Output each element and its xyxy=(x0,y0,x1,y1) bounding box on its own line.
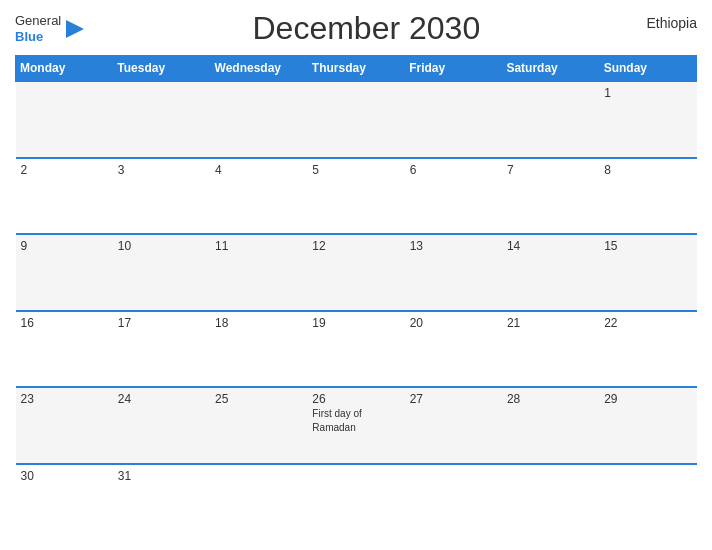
calendar-day-cell: 5 xyxy=(307,158,404,235)
calendar-day-cell xyxy=(210,81,307,158)
day-number: 10 xyxy=(118,239,205,253)
calendar-day-cell xyxy=(113,81,210,158)
calendar-day-cell xyxy=(210,464,307,541)
calendar-header-row: Monday Tuesday Wednesday Thursday Friday… xyxy=(16,56,697,82)
day-number: 5 xyxy=(312,163,399,177)
day-number: 16 xyxy=(21,316,108,330)
day-number: 31 xyxy=(118,469,205,483)
day-number: 29 xyxy=(604,392,691,406)
day-number: 7 xyxy=(507,163,594,177)
day-number: 8 xyxy=(604,163,691,177)
calendar-container: General Blue December 2030 Ethiopia Mond… xyxy=(0,0,712,550)
calendar-day-cell: 3 xyxy=(113,158,210,235)
logo-blue-text: Blue xyxy=(15,29,61,45)
day-number: 24 xyxy=(118,392,205,406)
day-number: 18 xyxy=(215,316,302,330)
calendar-week-row: 2345678 xyxy=(16,158,697,235)
calendar-day-cell: 31 xyxy=(113,464,210,541)
calendar-day-cell: 14 xyxy=(502,234,599,311)
calendar-table: Monday Tuesday Wednesday Thursday Friday… xyxy=(15,55,697,540)
day-number: 12 xyxy=(312,239,399,253)
day-number: 20 xyxy=(410,316,497,330)
calendar-day-cell: 1 xyxy=(599,81,696,158)
day-number: 21 xyxy=(507,316,594,330)
country-label: Ethiopia xyxy=(646,10,697,31)
calendar-day-cell: 8 xyxy=(599,158,696,235)
calendar-week-row: 1 xyxy=(16,81,697,158)
calendar-week-row: 23242526First day of Ramadan272829 xyxy=(16,387,697,464)
calendar-day-cell: 21 xyxy=(502,311,599,388)
calendar-day-cell: 20 xyxy=(405,311,502,388)
calendar-day-cell: 28 xyxy=(502,387,599,464)
calendar-header: General Blue December 2030 Ethiopia xyxy=(15,10,697,47)
day-number: 25 xyxy=(215,392,302,406)
col-thursday: Thursday xyxy=(307,56,404,82)
svg-marker-0 xyxy=(66,20,84,38)
day-number: 19 xyxy=(312,316,399,330)
calendar-day-cell: 16 xyxy=(16,311,113,388)
calendar-day-cell xyxy=(307,81,404,158)
day-number: 15 xyxy=(604,239,691,253)
calendar-day-cell xyxy=(502,81,599,158)
calendar-day-cell: 10 xyxy=(113,234,210,311)
day-number: 22 xyxy=(604,316,691,330)
calendar-week-row: 16171819202122 xyxy=(16,311,697,388)
day-number: 1 xyxy=(604,86,691,100)
calendar-day-cell: 13 xyxy=(405,234,502,311)
calendar-day-cell: 12 xyxy=(307,234,404,311)
calendar-day-cell xyxy=(405,81,502,158)
day-number: 11 xyxy=(215,239,302,253)
calendar-week-row: 9101112131415 xyxy=(16,234,697,311)
calendar-day-cell: 23 xyxy=(16,387,113,464)
calendar-day-cell: 27 xyxy=(405,387,502,464)
month-title: December 2030 xyxy=(86,10,646,47)
calendar-week-row: 3031 xyxy=(16,464,697,541)
calendar-day-cell: 15 xyxy=(599,234,696,311)
day-number: 4 xyxy=(215,163,302,177)
col-wednesday: Wednesday xyxy=(210,56,307,82)
calendar-day-cell xyxy=(307,464,404,541)
calendar-day-cell: 30 xyxy=(16,464,113,541)
calendar-day-cell: 29 xyxy=(599,387,696,464)
day-number: 3 xyxy=(118,163,205,177)
calendar-day-cell xyxy=(16,81,113,158)
day-number: 30 xyxy=(21,469,108,483)
calendar-day-cell: 19 xyxy=(307,311,404,388)
calendar-day-cell: 22 xyxy=(599,311,696,388)
day-number: 13 xyxy=(410,239,497,253)
day-number: 14 xyxy=(507,239,594,253)
col-sunday: Sunday xyxy=(599,56,696,82)
calendar-day-cell xyxy=(599,464,696,541)
calendar-day-cell: 25 xyxy=(210,387,307,464)
calendar-day-cell: 17 xyxy=(113,311,210,388)
day-number: 9 xyxy=(21,239,108,253)
day-number: 23 xyxy=(21,392,108,406)
calendar-day-cell: 4 xyxy=(210,158,307,235)
calendar-day-cell: 26First day of Ramadan xyxy=(307,387,404,464)
day-number: 2 xyxy=(21,163,108,177)
col-friday: Friday xyxy=(405,56,502,82)
calendar-day-cell: 6 xyxy=(405,158,502,235)
day-number: 28 xyxy=(507,392,594,406)
logo-general-text: General xyxy=(15,13,61,29)
logo-flag-icon xyxy=(64,18,86,40)
calendar-day-cell: 24 xyxy=(113,387,210,464)
calendar-day-cell: 9 xyxy=(16,234,113,311)
logo: General Blue xyxy=(15,13,86,44)
calendar-day-cell: 2 xyxy=(16,158,113,235)
col-monday: Monday xyxy=(16,56,113,82)
day-number: 6 xyxy=(410,163,497,177)
col-saturday: Saturday xyxy=(502,56,599,82)
calendar-day-cell: 7 xyxy=(502,158,599,235)
calendar-day-cell: 11 xyxy=(210,234,307,311)
col-tuesday: Tuesday xyxy=(113,56,210,82)
calendar-day-cell: 18 xyxy=(210,311,307,388)
day-number: 17 xyxy=(118,316,205,330)
day-number: 27 xyxy=(410,392,497,406)
calendar-day-cell xyxy=(405,464,502,541)
day-event: First day of Ramadan xyxy=(312,408,361,433)
day-number: 26 xyxy=(312,392,399,406)
calendar-day-cell xyxy=(502,464,599,541)
